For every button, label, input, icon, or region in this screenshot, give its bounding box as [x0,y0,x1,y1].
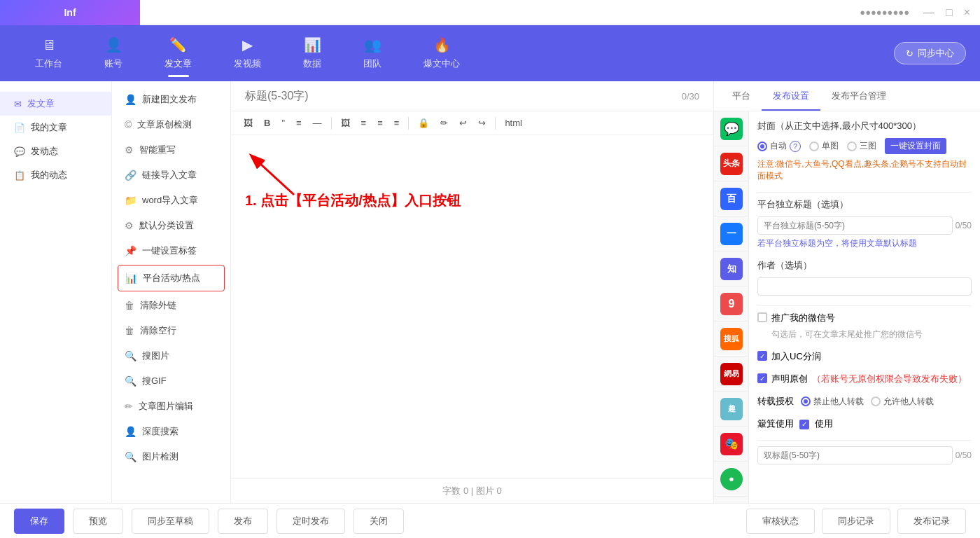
menu-image-edit[interactable]: ✏ 文章图片编辑 [112,394,230,419]
toolbar-redo-btn[interactable]: ↪ [474,116,490,130]
cover-single-radio[interactable]: 单图 [809,140,839,152]
sidebar-item-my-article[interactable]: 📄 我的文章 [0,116,111,139]
toolbar-hr-btn[interactable]: — [309,116,326,130]
menu-clear-links[interactable]: 🗑 清除外链 [112,293,230,318]
menu-clear-blank[interactable]: 🗑 清除空行 [112,318,230,343]
uc-checkbox[interactable]: ✓ [757,351,767,361]
toolbar-align-right-btn[interactable]: ≡ [390,116,404,130]
platform-wechat[interactable]: 💬 [714,111,749,146]
platform-douyin[interactable]: ● [714,462,749,497]
transfer-allow-radio[interactable]: 允许他人转载 [871,396,934,408]
word-import-icon: 📁 [125,195,136,206]
minimize-btn[interactable]: — [923,6,934,19]
toolbar-insert-image-btn[interactable]: 🖼 [337,116,354,130]
settings-content: 封面（从正文中选择,最小尺寸400*300） 自动 ? 单图 [749,111,980,503]
nav-account[interactable]: 👤 账号 [83,29,144,77]
uc-label: 加入UC分润 [771,350,821,363]
menu-image-detect[interactable]: 🔍 图片检测 [112,444,230,469]
independent-title-hint: 若平台独立标题为空，将使用文章默认标题 [757,237,972,249]
platform-baijiahao[interactable]: 百 [714,181,749,216]
maximize-btn[interactable]: □ [946,6,953,19]
platform-sohu[interactable]: 搜狐 [714,322,749,357]
platform-toutiao[interactable]: 头条 [714,146,749,181]
toolbar-undo-btn[interactable]: ↩ [455,116,471,130]
tab-platform[interactable]: 平台 [721,81,762,111]
toolbar-html-btn[interactable]: html [500,116,526,130]
platform-163[interactable]: 網易 [714,357,749,392]
nav-publish-video[interactable]: ▶ 发视频 [213,29,282,77]
platform-zhidao[interactable]: 知 [714,251,749,287]
nav-publish-article[interactable]: ✏️ 发文章 [144,29,213,77]
titlebar: Inf ●●●●●●●●● — □ × [0,0,980,25]
promote-wechat-checkbox[interactable] [757,312,767,322]
toolbar-align-left-btn[interactable]: ≡ [357,116,371,130]
weibo-row: 簸箕使用 ✓ 使用 [757,418,972,430]
menu-link-import[interactable]: 🔗 链接导入文章 [112,163,230,188]
close-btn[interactable]: × [964,6,970,19]
menu-search-image[interactable]: 🔍 搜图片 [112,343,230,368]
toolbar-bold-btn[interactable]: B [260,116,274,130]
platform-weibo[interactable]: 🎭 [714,427,749,462]
menu-original-detect[interactable]: © 文章原创检测 [112,112,230,137]
cover-three-radio[interactable]: 三图 [847,140,876,152]
editor-body[interactable]: 1. 点击【平台活动/热点】入口按钮 [231,135,713,478]
menu-smart-rewrite[interactable]: ⚙ 智能重写 [112,137,230,163]
publish-record-button[interactable]: 发布记录 [897,509,966,534]
tab-publish-settings[interactable]: 发布设置 [762,81,820,111]
weibo-checkbox[interactable]: ✓ [799,420,809,429]
original-notice: （若账号无原创权限会导致发布失败） [812,373,967,385]
nav-team[interactable]: 👥 团队 [342,29,402,77]
search-gif-icon: 🔍 [125,375,136,387]
platform-yidianzixun[interactable]: 9 [714,287,749,322]
publish-button[interactable]: 发布 [218,509,268,534]
transfer-forbid-radio[interactable]: 禁止他人转载 [801,396,864,408]
toolbar-list-btn[interactable]: ≡ [292,116,306,130]
weibo-section: 簸箕使用 ✓ 使用 [757,418,972,430]
menu-deep-search[interactable]: 👤 深度搜索 [112,419,230,444]
menu-new-image-publish[interactable]: 👤 新建图文发布 [112,87,230,112]
original-detect-icon: © [125,119,132,130]
sidebar-item-publish-article[interactable]: ✉ 发文章 [0,92,111,116]
double-title-input[interactable] [757,446,953,464]
menu-platform-activity[interactable]: 📊 平台活动/热点 [118,265,225,291]
transfer-allow-radio-dot [871,396,881,406]
independent-title-input[interactable] [757,216,953,235]
timed-publish-button[interactable]: 定时发布 [276,509,345,534]
promote-wechat-label: 推广我的微信号 [771,312,835,324]
close-button[interactable]: 关闭 [354,509,404,534]
sync-draft-button[interactable]: 同步至草稿 [132,509,209,534]
save-button[interactable]: 保存 [14,509,64,534]
sync-center-btn[interactable]: ↻ 同步中心 [894,42,966,64]
preview-button[interactable]: 预览 [73,509,123,534]
platform-qu[interactable]: 趣 [714,392,749,427]
menu-search-gif[interactable]: 🔍 搜GIF [112,368,230,394]
cover-auto-help-icon[interactable]: ? [790,141,801,152]
menu-one-click-tag[interactable]: 📌 一键设置标签 [112,238,230,263]
nav-data[interactable]: 📊 数据 [282,29,342,77]
original-checkbox[interactable]: ✓ [757,373,767,383]
nav-trending[interactable]: 🔥 爆文中心 [402,29,481,77]
one-click-tag-icon: 📌 [125,245,136,256]
menu-default-category[interactable]: ⚙ 默认分类设置 [112,213,230,238]
wechat-icon: 💬 [720,118,743,140]
author-input[interactable] [757,277,972,296]
toolbar-lock-btn[interactable]: 🔒 [414,116,433,130]
sidebar-item-moments[interactable]: 💬 发动态 [0,139,111,163]
audit-status-button[interactable]: 审核状态 [746,509,815,534]
one-click-cover-btn[interactable]: 一键设置封面 [885,138,946,154]
sidebar-item-my-moments[interactable]: 📋 我的动态 [0,163,111,187]
default-category-icon: ⚙ [125,220,134,231]
toolbar-img-btn[interactable]: 🖼 [239,116,257,130]
menu-word-import[interactable]: 📁 word导入文章 [112,188,230,213]
toolbar-pen-btn[interactable]: ✏ [436,116,452,130]
editor-title-input[interactable] [245,90,682,102]
platform-yidian[interactable]: 一 [714,216,749,251]
window-controls[interactable]: ●●●●●●●●● — □ × [860,6,973,19]
toolbar-align-center-btn[interactable]: ≡ [373,116,387,130]
nav-account-label: 账号 [104,57,122,70]
cover-auto-radio[interactable]: 自动 ? [757,140,801,152]
toolbar-quote-btn[interactable]: " [277,116,289,130]
tab-platform-management[interactable]: 发布平台管理 [820,81,897,111]
nav-workbench[interactable]: 🖥 工作台 [14,30,83,77]
sync-record-button[interactable]: 同步记录 [822,509,890,534]
